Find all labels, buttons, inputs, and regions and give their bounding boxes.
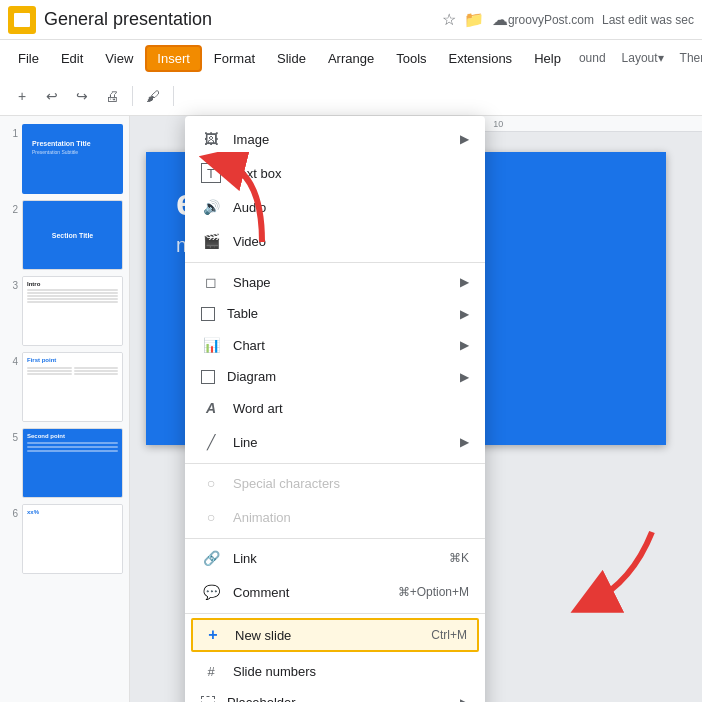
slide-thumb-4[interactable]: 4 First point [6, 352, 123, 422]
comment-label: Comment [233, 585, 390, 600]
toolbar-redo-btn[interactable]: ↪ [68, 82, 96, 110]
diagram-arrow: ▶ [460, 370, 469, 384]
tab-layout[interactable]: Layout▾ [616, 49, 670, 67]
shape-arrow: ▶ [460, 275, 469, 289]
dropdown-wordart[interactable]: A Word art [185, 391, 485, 425]
dropdown-comment[interactable]: 💬 Comment ⌘+Option+M [185, 575, 485, 609]
slide-num-1: 1 [6, 124, 18, 139]
line-arrow: ▶ [460, 435, 469, 449]
toolbar-print-btn[interactable]: 🖨 [98, 82, 126, 110]
slide-num-2: 2 [6, 200, 18, 215]
cloud-icon[interactable]: ☁ [492, 10, 508, 29]
dropdown-section-3: ○ Special characters ○ Animation [185, 463, 485, 536]
wordart-label: Word art [233, 401, 469, 416]
dropdown-placeholder[interactable]: Placeholder ▶ [185, 688, 485, 702]
groovy-post-label: groovyPost.com [508, 13, 594, 27]
new-slide-label: New slide [235, 628, 423, 643]
slide-numbers-icon: # [201, 661, 221, 681]
menu-slide[interactable]: Slide [267, 47, 316, 70]
slides-panel: 1 Presentation Title Presentation Subtit… [0, 116, 130, 702]
slide-thumb-5[interactable]: 5 Second point [6, 428, 123, 498]
menu-arrange[interactable]: Arrange [318, 47, 384, 70]
dropdown-chart[interactable]: 📊 Chart ▶ [185, 328, 485, 362]
tab-theme[interactable]: Theme [674, 49, 702, 67]
menu-view[interactable]: View [95, 47, 143, 70]
slide-thumb-3[interactable]: 3 Intro [6, 276, 123, 346]
image-icon: 🖼 [201, 129, 221, 149]
slide-numbers-label: Slide numbers [233, 664, 469, 679]
menu-bar: File Edit View Insert Format Slide Arran… [0, 40, 702, 76]
new-slide-icon: + [203, 625, 223, 645]
slide-thumb-2[interactable]: 2 Section Title [6, 200, 123, 270]
slide-num-6: 6 [6, 504, 18, 519]
slide-thumb-6[interactable]: 6 xx% [6, 504, 123, 574]
slide2-title: Section Title [52, 232, 94, 239]
chart-arrow: ▶ [460, 338, 469, 352]
table-arrow: ▶ [460, 307, 469, 321]
dropdown-new-slide[interactable]: + New slide Ctrl+M [191, 618, 479, 652]
slide4-content [27, 366, 118, 376]
dropdown-table[interactable]: Table ▶ [185, 299, 485, 328]
red-arrow-up [172, 152, 292, 252]
slide1-subtitle: Presentation Subtitle [28, 149, 117, 155]
placeholder-arrow: ▶ [460, 696, 469, 703]
toolbar: + ↩ ↪ 🖨 🖌 [0, 76, 702, 116]
slide-preview-6[interactable]: xx% [22, 504, 123, 574]
slide-preview-4[interactable]: First point [22, 352, 123, 422]
slide3-lines [27, 289, 118, 303]
dropdown-shape[interactable]: ◻ Shape ▶ [185, 265, 485, 299]
toolbar-add-btn[interactable]: + [8, 82, 36, 110]
dropdown-image[interactable]: 🖼 Image ▶ [185, 122, 485, 156]
line-icon: ╱ [201, 432, 221, 452]
menu-extensions[interactable]: Extensions [439, 47, 523, 70]
app-icon [8, 6, 36, 34]
menu-edit[interactable]: Edit [51, 47, 93, 70]
table-icon [201, 307, 215, 321]
toolbar-paint-btn[interactable]: 🖌 [139, 82, 167, 110]
diagram-label: Diagram [227, 369, 452, 384]
animation-label: Animation [233, 510, 469, 525]
dropdown-animation[interactable]: ○ Animation [185, 500, 485, 534]
slide-preview-5[interactable]: Second point [22, 428, 123, 498]
slide-num-5: 5 [6, 428, 18, 443]
slide-preview-3[interactable]: Intro [22, 276, 123, 346]
slide3-title: Intro [27, 281, 118, 287]
app-icon-inner [14, 13, 30, 27]
menu-insert[interactable]: Insert [145, 45, 202, 72]
slide-thumb-1[interactable]: 1 Presentation Title Presentation Subtit… [6, 124, 123, 194]
dropdown-line[interactable]: ╱ Line ▶ [185, 425, 485, 459]
dropdown-link[interactable]: 🔗 Link ⌘K [185, 541, 485, 575]
link-shortcut: ⌘K [449, 551, 469, 565]
dropdown-special-chars[interactable]: ○ Special characters [185, 466, 485, 500]
folder-icon[interactable]: 📁 [464, 10, 484, 29]
link-label: Link [233, 551, 441, 566]
slide5-title: Second point [27, 433, 118, 439]
placeholder-label: Placeholder [227, 695, 452, 702]
document-title: General presentation [44, 9, 434, 30]
toolbar-separator [132, 86, 133, 106]
dropdown-diagram[interactable]: Diagram ▶ [185, 362, 485, 391]
slide-preview-1[interactable]: Presentation Title Presentation Subtitle [22, 124, 123, 194]
menu-format[interactable]: Format [204, 47, 265, 70]
comment-shortcut: ⌘+Option+M [398, 585, 469, 599]
slide-preview-2[interactable]: Section Title [22, 200, 123, 270]
special-chars-icon: ○ [201, 473, 221, 493]
menu-file[interactable]: File [8, 47, 49, 70]
tab-sound[interactable]: ound [573, 49, 612, 67]
menu-help[interactable]: Help [524, 47, 571, 70]
shape-icon: ◻ [201, 272, 221, 292]
chart-label: Chart [233, 338, 452, 353]
new-slide-shortcut: Ctrl+M [431, 628, 467, 642]
dropdown-section-5: + New slide Ctrl+M # Slide numbers Place… [185, 613, 485, 702]
menu-tools[interactable]: Tools [386, 47, 436, 70]
toolbar-undo-btn[interactable]: ↩ [38, 82, 66, 110]
diagram-icon [201, 370, 215, 384]
star-icon[interactable]: ☆ [442, 10, 456, 29]
last-edit-label: Last edit was sec [602, 13, 694, 27]
panel-tabs: ound Layout▾ Theme Tra... [573, 49, 702, 67]
dropdown-slide-numbers[interactable]: # Slide numbers [185, 654, 485, 688]
comment-icon: 💬 [201, 582, 221, 602]
title-bar: General presentation ☆ 📁 ☁ groovyPost.co… [0, 0, 702, 40]
image-label: Image [233, 132, 452, 147]
dropdown-section-2: ◻ Shape ▶ Table ▶ 📊 Chart ▶ Diagram ▶ A … [185, 262, 485, 461]
